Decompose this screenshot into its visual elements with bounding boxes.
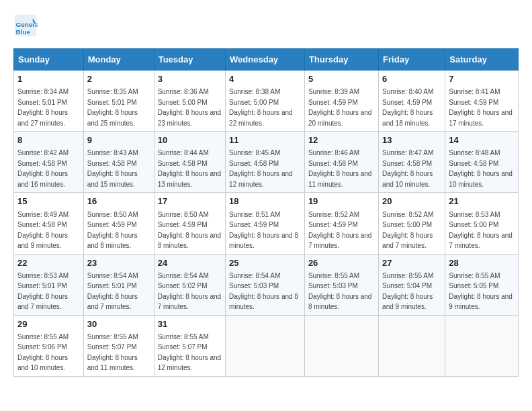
day-info: Sunrise: 8:54 AMSunset: 5:01 PMDaylight:… bbox=[87, 272, 138, 311]
calendar-cell: 21 Sunrise: 8:53 AMSunset: 5:00 PMDaylig… bbox=[445, 193, 519, 254]
day-number: 15 bbox=[17, 195, 80, 208]
logo: General Blue bbox=[13, 13, 40, 38]
day-info: Sunrise: 8:42 AMSunset: 4:58 PMDaylight:… bbox=[17, 149, 69, 188]
day-info: Sunrise: 8:46 AMSunset: 4:58 PMDaylight:… bbox=[308, 149, 372, 188]
calendar-cell: 26 Sunrise: 8:55 AMSunset: 5:03 PMDaylig… bbox=[304, 254, 378, 315]
day-info: Sunrise: 8:36 AMSunset: 5:00 PMDaylight:… bbox=[158, 88, 222, 127]
calendar-week-0: 1 Sunrise: 8:34 AMSunset: 5:01 PMDayligh… bbox=[14, 71, 519, 132]
day-number: 13 bbox=[382, 134, 441, 146]
calendar-cell: 30 Sunrise: 8:55 AMSunset: 5:07 PMDaylig… bbox=[83, 315, 154, 376]
calendar-cell: 3 Sunrise: 8:36 AMSunset: 5:00 PMDayligh… bbox=[154, 71, 225, 132]
day-info: Sunrise: 8:52 AMSunset: 4:59 PMDaylight:… bbox=[308, 211, 372, 250]
day-info: Sunrise: 8:55 AMSunset: 5:07 PMDaylight:… bbox=[158, 333, 222, 372]
day-number: 8 bbox=[17, 134, 80, 146]
calendar-cell: 22 Sunrise: 8:53 AMSunset: 5:01 PMDaylig… bbox=[14, 254, 84, 315]
day-number: 7 bbox=[449, 73, 515, 85]
day-number: 21 bbox=[449, 195, 515, 208]
calendar-cell: 9 Sunrise: 8:43 AMSunset: 4:58 PMDayligh… bbox=[83, 132, 154, 193]
day-info: Sunrise: 8:55 AMSunset: 5:06 PMDaylight:… bbox=[17, 333, 69, 372]
day-info: Sunrise: 8:49 AMSunset: 4:58 PMDaylight:… bbox=[17, 211, 69, 250]
calendar-week-4: 29 Sunrise: 8:55 AMSunset: 5:06 PMDaylig… bbox=[14, 315, 519, 376]
calendar-week-2: 15 Sunrise: 8:49 AMSunset: 4:58 PMDaylig… bbox=[14, 193, 519, 254]
day-number: 14 bbox=[449, 134, 515, 146]
col-header-saturday: Saturday bbox=[445, 49, 519, 71]
calendar-cell: 10 Sunrise: 8:44 AMSunset: 4:58 PMDaylig… bbox=[154, 132, 225, 193]
col-header-thursday: Thursday bbox=[304, 49, 378, 71]
calendar-cell: 20 Sunrise: 8:52 AMSunset: 5:00 PMDaylig… bbox=[379, 193, 445, 254]
calendar-table: SundayMondayTuesdayWednesdayThursdayFrid… bbox=[13, 48, 519, 377]
calendar-cell: 8 Sunrise: 8:42 AMSunset: 4:58 PMDayligh… bbox=[14, 132, 84, 193]
day-number: 3 bbox=[158, 73, 222, 85]
col-header-monday: Monday bbox=[83, 49, 154, 71]
calendar-cell bbox=[226, 315, 305, 376]
col-header-sunday: Sunday bbox=[14, 49, 84, 71]
day-info: Sunrise: 8:38 AMSunset: 5:00 PMDaylight:… bbox=[229, 88, 293, 127]
day-number: 30 bbox=[87, 318, 150, 330]
day-info: Sunrise: 8:41 AMSunset: 4:59 PMDaylight:… bbox=[449, 88, 513, 127]
day-number: 5 bbox=[308, 73, 375, 85]
calendar-cell: 27 Sunrise: 8:55 AMSunset: 5:04 PMDaylig… bbox=[379, 254, 445, 315]
calendar-cell: 1 Sunrise: 8:34 AMSunset: 5:01 PMDayligh… bbox=[14, 71, 84, 132]
day-number: 22 bbox=[17, 257, 80, 269]
day-number: 27 bbox=[382, 257, 441, 269]
day-info: Sunrise: 8:55 AMSunset: 5:05 PMDaylight:… bbox=[449, 272, 513, 311]
col-header-wednesday: Wednesday bbox=[226, 49, 305, 71]
day-number: 10 bbox=[158, 134, 222, 146]
day-info: Sunrise: 8:54 AMSunset: 5:03 PMDaylight:… bbox=[229, 272, 298, 311]
day-number: 11 bbox=[229, 134, 301, 146]
day-info: Sunrise: 8:55 AMSunset: 5:03 PMDaylight:… bbox=[308, 272, 372, 311]
day-info: Sunrise: 8:52 AMSunset: 5:00 PMDaylight:… bbox=[382, 211, 433, 250]
calendar-cell: 23 Sunrise: 8:54 AMSunset: 5:01 PMDaylig… bbox=[83, 254, 154, 315]
day-number: 29 bbox=[17, 318, 80, 330]
day-info: Sunrise: 8:40 AMSunset: 4:59 PMDaylight:… bbox=[382, 88, 433, 127]
day-number: 24 bbox=[158, 257, 222, 269]
day-info: Sunrise: 8:43 AMSunset: 4:58 PMDaylight:… bbox=[87, 149, 138, 188]
day-number: 4 bbox=[229, 73, 301, 85]
day-info: Sunrise: 8:55 AMSunset: 5:04 PMDaylight:… bbox=[382, 272, 433, 311]
day-number: 1 bbox=[17, 73, 80, 85]
calendar-cell: 28 Sunrise: 8:55 AMSunset: 5:05 PMDaylig… bbox=[445, 254, 519, 315]
logo-icon: General Blue bbox=[13, 13, 38, 38]
calendar-cell: 12 Sunrise: 8:46 AMSunset: 4:58 PMDaylig… bbox=[304, 132, 378, 193]
day-number: 2 bbox=[87, 73, 150, 85]
calendar-cell: 31 Sunrise: 8:55 AMSunset: 5:07 PMDaylig… bbox=[154, 315, 225, 376]
day-number: 28 bbox=[449, 257, 515, 269]
calendar-cell: 14 Sunrise: 8:48 AMSunset: 4:58 PMDaylig… bbox=[445, 132, 519, 193]
calendar-cell: 19 Sunrise: 8:52 AMSunset: 4:59 PMDaylig… bbox=[304, 193, 378, 254]
day-info: Sunrise: 8:48 AMSunset: 4:58 PMDaylight:… bbox=[449, 149, 513, 188]
calendar-cell: 4 Sunrise: 8:38 AMSunset: 5:00 PMDayligh… bbox=[226, 71, 305, 132]
calendar-cell: 6 Sunrise: 8:40 AMSunset: 4:59 PMDayligh… bbox=[379, 71, 445, 132]
day-info: Sunrise: 8:53 AMSunset: 5:00 PMDaylight:… bbox=[449, 211, 513, 250]
col-header-friday: Friday bbox=[379, 49, 445, 71]
calendar-cell bbox=[379, 315, 445, 376]
day-number: 26 bbox=[308, 257, 375, 269]
calendar-cell: 18 Sunrise: 8:51 AMSunset: 4:59 PMDaylig… bbox=[226, 193, 305, 254]
calendar-cell: 2 Sunrise: 8:35 AMSunset: 5:01 PMDayligh… bbox=[83, 71, 154, 132]
day-number: 23 bbox=[87, 257, 150, 269]
calendar-cell: 16 Sunrise: 8:50 AMSunset: 4:59 PMDaylig… bbox=[83, 193, 154, 254]
day-number: 17 bbox=[158, 195, 222, 208]
svg-text:Blue: Blue bbox=[16, 28, 31, 36]
day-number: 12 bbox=[308, 134, 375, 146]
calendar-week-3: 22 Sunrise: 8:53 AMSunset: 5:01 PMDaylig… bbox=[14, 254, 519, 315]
calendar-cell bbox=[304, 315, 378, 376]
day-number: 18 bbox=[229, 195, 301, 208]
day-info: Sunrise: 8:50 AMSunset: 4:59 PMDaylight:… bbox=[87, 211, 138, 250]
calendar-cell: 7 Sunrise: 8:41 AMSunset: 4:59 PMDayligh… bbox=[445, 71, 519, 132]
calendar-cell: 24 Sunrise: 8:54 AMSunset: 5:02 PMDaylig… bbox=[154, 254, 225, 315]
calendar-cell: 25 Sunrise: 8:54 AMSunset: 5:03 PMDaylig… bbox=[226, 254, 305, 315]
day-info: Sunrise: 8:53 AMSunset: 5:01 PMDaylight:… bbox=[17, 272, 69, 311]
calendar-cell: 17 Sunrise: 8:50 AMSunset: 4:59 PMDaylig… bbox=[154, 193, 225, 254]
calendar-cell: 11 Sunrise: 8:45 AMSunset: 4:58 PMDaylig… bbox=[226, 132, 305, 193]
day-info: Sunrise: 8:44 AMSunset: 4:58 PMDaylight:… bbox=[158, 149, 222, 188]
calendar-cell bbox=[445, 315, 519, 376]
calendar-cell: 15 Sunrise: 8:49 AMSunset: 4:58 PMDaylig… bbox=[14, 193, 84, 254]
day-number: 16 bbox=[87, 195, 150, 208]
col-header-tuesday: Tuesday bbox=[154, 49, 225, 71]
day-number: 20 bbox=[382, 195, 441, 208]
day-info: Sunrise: 8:39 AMSunset: 4:59 PMDaylight:… bbox=[308, 88, 372, 127]
page-header: General Blue bbox=[13, 13, 519, 38]
day-number: 31 bbox=[158, 318, 222, 330]
day-info: Sunrise: 8:51 AMSunset: 4:59 PMDaylight:… bbox=[229, 211, 298, 250]
calendar-cell: 29 Sunrise: 8:55 AMSunset: 5:06 PMDaylig… bbox=[14, 315, 84, 376]
